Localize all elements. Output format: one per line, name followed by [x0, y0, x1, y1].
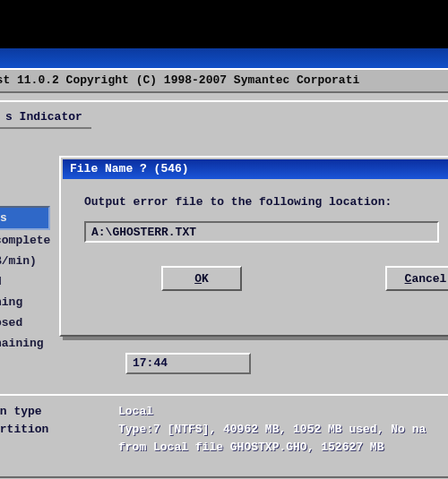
dialog-button-row: OK Cancel	[84, 266, 448, 291]
top-blue-band	[0, 48, 448, 68]
dialog-body: Output error file to the following locat…	[61, 181, 448, 291]
ok-button[interactable]: OK	[161, 266, 242, 291]
dialog-prompt: Output error file to the following locat…	[84, 195, 448, 209]
dialog-title: File Name ? (546)	[63, 159, 448, 179]
details-panel: on type artition Local Type:7 [NTFS], 40…	[0, 394, 448, 478]
app-header: host 11.0.2 Copyright (C) 1998-2007 Syma…	[0, 68, 448, 93]
detail-label: on type	[0, 405, 42, 418]
app-screen: host 11.0.2 Copyright (C) 1998-2007 Syma…	[0, 0, 448, 479]
ok-underline: O	[194, 272, 202, 286]
progress-stats: s complete B/min) d ning osed naining	[0, 206, 50, 354]
app-header-text: host 11.0.2 Copyright (C) 1998-2007 Syma…	[0, 73, 359, 87]
detail-value: from Local file GHOSTXP.GHO, 152627 MB	[118, 439, 426, 457]
stat-line: complete	[0, 230, 50, 251]
ok-rest: K	[202, 272, 209, 286]
details-values: Local Type:7 [NTFS], 40962 MB, 1052 MB u…	[118, 403, 426, 457]
detail-value: Type:7 [NTFS], 40962 MB, 1052 MB used, N…	[118, 421, 426, 439]
detail-label: artition	[0, 423, 48, 436]
filename-dialog: File Name ? (546) Output error file to t…	[59, 156, 448, 337]
stat-line: B/min)	[0, 251, 50, 271]
detail-value: Local	[118, 403, 426, 421]
stat-line: s	[0, 206, 50, 230]
stat-line: naining	[0, 333, 50, 354]
top-black-area	[0, 0, 448, 48]
stat-line: ning	[0, 292, 50, 312]
filename-input[interactable]	[84, 221, 439, 243]
cancel-rest: ancel	[411, 272, 446, 286]
cancel-button[interactable]: Cancel	[385, 266, 448, 291]
stat-line: d	[0, 271, 50, 292]
stat-line: osed	[0, 312, 50, 333]
details-labels: on type artition	[0, 403, 48, 439]
time-remaining-value: 17:44	[125, 353, 251, 374]
progress-window-title: s Indicator	[0, 107, 91, 129]
